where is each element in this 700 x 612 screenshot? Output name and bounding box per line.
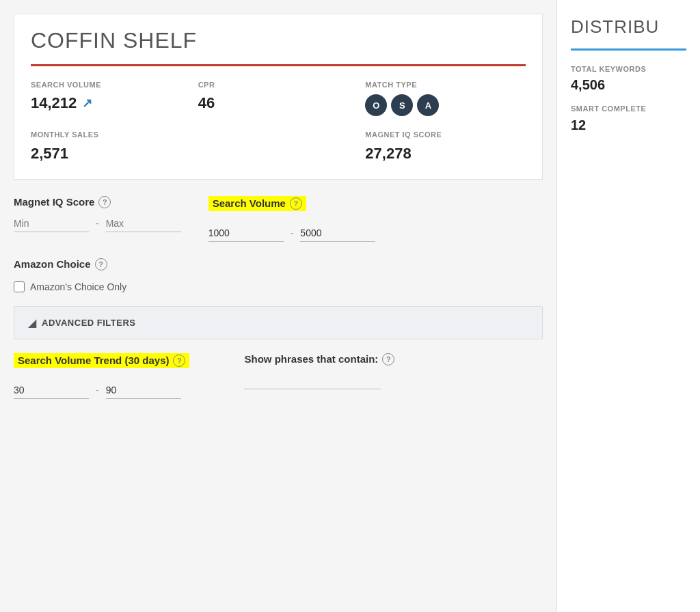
cpr-value: 46 xyxy=(198,94,359,112)
magnet-iq-filter-group: Magnet IQ Score ? - xyxy=(14,196,181,232)
search-volume-trend-range-separator: - xyxy=(96,385,99,395)
search-volume-min-input[interactable] xyxy=(208,225,284,242)
search-volume-trend-filter-group: Search Volume Trend (30 days) ? - xyxy=(14,353,189,399)
magnet-iq-help-icon[interactable]: ? xyxy=(98,196,111,208)
magnet-iq-range-separator: - xyxy=(96,218,99,229)
advanced-filter-row: Search Volume Trend (30 days) ? - Show p… xyxy=(14,353,543,399)
search-volume-max-input[interactable] xyxy=(300,225,375,242)
search-volume-help-icon[interactable]: ? xyxy=(290,197,302,210)
search-volume-filter-label: Search Volume ? xyxy=(208,196,376,218)
keyword-card: COFFIN SHELF SEARCH VOLUME 14,212 ↗ CPR … xyxy=(14,14,543,180)
red-divider xyxy=(31,64,526,66)
filter-row-1: Magnet IQ Score ? - Search Volume ? xyxy=(14,196,543,242)
amazon-choice-checkbox-group: Amazon's Choice Only xyxy=(14,281,543,292)
smart-complete-label: SMART COMPLETE xyxy=(571,104,686,114)
search-volume-value: 14,212 ↗ xyxy=(31,94,191,112)
badge-o: O xyxy=(365,94,387,116)
show-phrases-filter-group: Show phrases that contain: ? xyxy=(244,353,394,389)
filter-funnel-icon: ◢ xyxy=(28,316,36,329)
cpr-label: CPR xyxy=(198,80,359,90)
total-keywords-value: 4,506 xyxy=(571,77,686,93)
show-phrases-input[interactable] xyxy=(244,372,381,389)
badge-a: A xyxy=(417,94,439,116)
sidebar-panel: DISTRIBU TOTAL KEYWORDS 4,506 SMART COMP… xyxy=(556,0,700,612)
search-volume-metric: SEARCH VOLUME 14,212 ↗ xyxy=(31,80,191,116)
search-volume-filter-label-highlighted: Search Volume ? xyxy=(208,196,306,211)
filters-section: Magnet IQ Score ? - Search Volume ? xyxy=(0,180,556,292)
magnet-iq-min-input[interactable] xyxy=(14,215,89,232)
amazon-choice-checkbox-label: Amazon's Choice Only xyxy=(30,281,126,292)
advanced-filters-label: ADVANCED FILTERS xyxy=(42,318,136,328)
search-volume-trend-filter-label: Search Volume Trend (30 days) ? xyxy=(14,353,189,375)
match-type-badges: O S A xyxy=(365,94,526,116)
amazon-choice-filter-label: Amazon Choice ? xyxy=(14,258,543,270)
amazon-choice-filter-group: Amazon Choice ? Amazon's Choice Only xyxy=(14,258,543,292)
search-volume-trend-min-input[interactable] xyxy=(14,382,89,399)
search-volume-label: SEARCH VOLUME xyxy=(31,80,191,90)
monthly-sales-label: MONTHLY SALES xyxy=(31,130,191,140)
search-volume-trend-highlighted: Search Volume Trend (30 days) ? xyxy=(14,353,189,368)
sidebar-title: DISTRIBU xyxy=(571,16,686,38)
show-phrases-input-row xyxy=(244,372,394,389)
keyword-title: COFFIN SHELF xyxy=(31,28,526,53)
match-type-label: MATCH TYPE xyxy=(365,80,526,90)
advanced-filters-content: Search Volume Trend (30 days) ? - Show p… xyxy=(0,339,556,399)
cpr-metric: CPR 46 xyxy=(198,80,359,116)
search-volume-filter-group: Search Volume ? - xyxy=(208,196,376,242)
search-volume-trend-max-input[interactable] xyxy=(106,382,181,399)
magnet-iq-max-input[interactable] xyxy=(106,215,181,232)
monthly-sales-metric: MONTHLY SALES 2,571 xyxy=(31,130,191,162)
search-volume-trend-help-icon[interactable]: ? xyxy=(173,354,185,367)
smart-complete-value: 12 xyxy=(571,117,686,133)
amazon-choice-help-icon[interactable]: ? xyxy=(95,258,107,270)
magnet-iq-filter-label: Magnet IQ Score ? xyxy=(14,196,181,208)
magnet-iq-label: MAGNET IQ SCORE xyxy=(365,130,526,140)
total-keywords-label: TOTAL KEYWORDS xyxy=(571,64,686,74)
show-phrases-help-icon[interactable]: ? xyxy=(382,353,394,365)
show-phrases-filter-label: Show phrases that contain: ? xyxy=(244,353,394,365)
search-volume-range-separator: - xyxy=(291,227,294,238)
amazon-choice-checkbox[interactable] xyxy=(14,281,25,292)
badge-s: S xyxy=(391,94,413,116)
magnet-iq-range-inputs: - xyxy=(14,215,181,232)
advanced-filters-bar[interactable]: ◢ ADVANCED FILTERS xyxy=(14,306,543,339)
sidebar-divider xyxy=(571,48,686,51)
monthly-sales-value: 2,571 xyxy=(31,145,191,163)
magnet-iq-metric: MAGNET IQ SCORE 27,278 xyxy=(365,130,526,162)
search-volume-range-inputs: - xyxy=(208,225,376,242)
search-volume-trend-range-inputs: - xyxy=(14,382,189,399)
magnet-iq-value: 27,278 xyxy=(365,145,526,163)
trend-icon: ↗ xyxy=(82,96,92,111)
metrics-grid: SEARCH VOLUME 14,212 ↗ CPR 46 MATCH TYPE… xyxy=(31,80,526,163)
match-type-metric: MATCH TYPE O S A xyxy=(365,80,526,116)
